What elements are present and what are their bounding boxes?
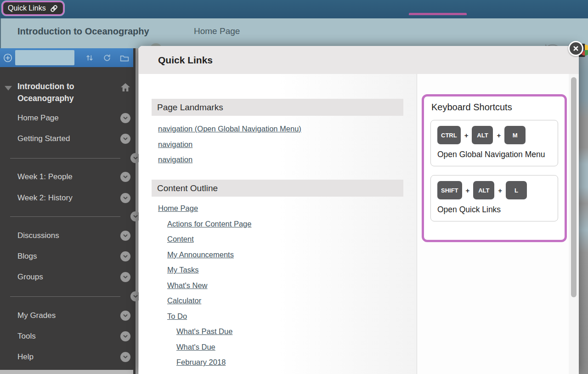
outline-link-to-do[interactable]: To Do [152, 309, 403, 324]
outline-link-my-announcements[interactable]: My Announcements [152, 247, 403, 263]
plus-separator: + [497, 131, 501, 139]
content-outline-list: Home Page Actions for Content Page Conte… [152, 201, 403, 370]
page-title: Home Page [194, 18, 240, 44]
keycap-alt: ALT [472, 126, 493, 144]
sidebar-course-title: Introduction to Oceanography [17, 80, 112, 104]
outline-link-home-page[interactable]: Home Page [152, 201, 403, 216]
top-navigation-bar: Quick Links [0, 0, 588, 18]
landmark-link[interactable]: navigation [152, 152, 403, 168]
shortcut-description: Open Quick Links [437, 204, 552, 215]
dialog-header: Quick Links [139, 46, 579, 74]
refresh-icon[interactable] [98, 53, 116, 62]
outline-link-whats-new[interactable]: What's New [152, 278, 403, 294]
active-tab-underline [409, 13, 467, 15]
item-chevron-icon[interactable] [120, 113, 130, 123]
sidebar-item-getting-started[interactable]: Getting Started [0, 132, 133, 145]
item-chevron-icon[interactable] [120, 172, 130, 182]
outline-link-whats-past-due[interactable]: What's Past Due [152, 324, 403, 340]
dialog-title: Quick Links [158, 46, 213, 74]
item-chevron-icon[interactable] [120, 134, 130, 144]
page-landmarks-heading: Page Landmarks [152, 99, 403, 116]
outline-link-whats-due[interactable]: What's Due [152, 340, 403, 355]
item-chevron-icon[interactable] [120, 231, 130, 241]
item-chevron-icon[interactable] [120, 272, 130, 282]
landmark-link[interactable]: navigation [152, 137, 403, 153]
quick-links-dialog: Quick Links Page Landmarks navigation (O… [139, 46, 579, 374]
course-title: Introduction to Oceanography [17, 18, 149, 44]
keycap-m: M [504, 126, 526, 144]
close-icon[interactable] [568, 41, 583, 56]
item-chevron-icon[interactable] [120, 352, 130, 362]
shortcut-card-quick-links: SHIFT + ALT + L Open Quick Links [430, 175, 558, 221]
sidebar-bottom-strip [0, 370, 133, 374]
item-chevron-icon[interactable] [120, 193, 130, 203]
outline-link-calculator[interactable]: Calculator [152, 293, 403, 309]
dialog-scrollbar-thumb[interactable] [571, 77, 577, 297]
links-column: Page Landmarks navigation (Open Global N… [139, 74, 417, 374]
home-icon [120, 83, 130, 94]
sidebar-item-discussions[interactable]: Discussions [0, 229, 133, 242]
sidebar-item-tools[interactable]: Tools [0, 330, 133, 343]
shortcut-keys: SHIFT + ALT + L [437, 181, 552, 199]
sidebar-item-home-page[interactable]: Home Page [0, 112, 133, 125]
sidebar-item-help[interactable]: Help [0, 351, 133, 363]
reorder-icon[interactable] [81, 53, 98, 62]
page-background [579, 46, 588, 374]
keycap-l: L [506, 181, 527, 199]
sidebar-item-blogs[interactable]: Blogs [0, 250, 133, 263]
outline-link-february-2018[interactable]: February 2018 [152, 355, 403, 370]
landmark-link[interactable]: navigation (Open Global Navigation Menu) [152, 121, 403, 137]
plus-separator: + [464, 131, 469, 139]
keyboard-shortcuts-panel: Keyboard Shortcuts CTRL + ALT + M Open G… [422, 94, 567, 242]
sidebar-item-my-grades[interactable]: My Grades [0, 309, 133, 322]
shortcut-card-global-navigation: CTRL + ALT + M Open Global Navigation Me… [430, 120, 558, 166]
item-chevron-icon[interactable] [120, 331, 130, 341]
dialog-body: Page Landmarks navigation (Open Global N… [139, 74, 579, 374]
shortcut-keys: CTRL + ALT + M [437, 126, 552, 144]
keycap-alt: ALT [473, 181, 494, 199]
page-landmarks-list: navigation (Open Global Navigation Menu)… [152, 121, 403, 168]
outline-link-my-tasks[interactable]: My Tasks [152, 262, 403, 278]
plus-separator: + [498, 187, 502, 194]
shortcut-description: Open Global Navigation Menu [437, 149, 552, 160]
keycap-shift: SHIFT [437, 181, 462, 199]
menu-search-box[interactable] [15, 50, 74, 65]
outline-link-actions-for-content-page[interactable]: Actions for Content Page [152, 216, 403, 232]
collapse-caret-icon[interactable] [5, 86, 12, 91]
add-menu-item-icon[interactable] [0, 53, 15, 63]
item-chevron-icon[interactable] [120, 251, 130, 261]
folder-view-icon[interactable] [116, 54, 133, 62]
shortcuts-column: Keyboard Shortcuts CTRL + ALT + M Open G… [417, 74, 579, 374]
content-outline-heading: Content Outline [152, 180, 403, 197]
sidebar-item-groups[interactable]: Groups [0, 271, 133, 283]
item-chevron-icon[interactable] [120, 311, 130, 321]
link-icon [50, 4, 58, 13]
outline-link-content[interactable]: Content [152, 232, 403, 247]
course-header: Introduction to Oceanography Home Page [0, 18, 588, 48]
course-menu-sidebar: Introduction to Oceanography Home Page G… [0, 48, 136, 374]
course-menu-toolbar [0, 48, 133, 67]
keyboard-shortcuts-heading: Keyboard Shortcuts [431, 102, 565, 113]
keycap-ctrl: CTRL [437, 126, 461, 144]
sidebar-item-week-1-people[interactable]: Week 1: People [0, 170, 133, 183]
plus-separator: + [466, 187, 470, 194]
quick-links-button[interactable]: Quick Links [2, 1, 64, 16]
sidebar-item-week-2-history[interactable]: Week 2: History [0, 192, 133, 204]
quick-links-label: Quick Links [8, 4, 46, 12]
